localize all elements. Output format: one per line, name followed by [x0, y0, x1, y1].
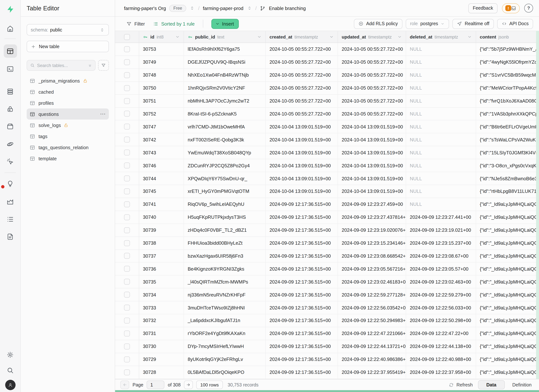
cell-public_id[interactable]: bzwXazHgax6UIR58j6Fn3 [184, 250, 266, 262]
row-checkbox[interactable] [124, 227, 130, 233]
column-header-public_id[interactable]: public_idtext [184, 31, 266, 43]
cell-public_id[interactable]: RiqOV6p_5wihLeIAEQyhU [184, 198, 266, 211]
sidebar-table-template[interactable]: template [27, 153, 109, 164]
cell-created_at[interactable]: 2024-09-09 12:17:36.515+00 [266, 224, 338, 236]
cell-public_id[interactable]: DYp-7mcyMSIrHefLYIwwH [184, 340, 266, 353]
cell-public_id[interactable]: nxFT002ISeRE-Qobg3K3k [184, 134, 266, 146]
realtime-icon[interactable] [4, 155, 17, 168]
column-header-deleted_at[interactable]: deleted_attimestamptz [406, 31, 476, 43]
logs-icon[interactable] [4, 212, 17, 226]
tab-data[interactable]: Data [478, 380, 505, 389]
table-filter-button[interactable] [98, 60, 109, 71]
cell-deleted_at[interactable]: 2024-09-09 12:23:02.463+00 [406, 276, 476, 288]
cell-public_id[interactable]: XPQwDIqY6Y75SwDnU-qr_ [184, 172, 266, 185]
cell-public_id[interactable]: nj336mN5reuRVNZrKHFpF [184, 288, 266, 301]
row-checkbox[interactable] [124, 188, 130, 194]
cell-content[interactable]: {"id":"_Id9aLyJpMHQLaiQC [476, 366, 539, 378]
cell-deleted_at[interactable]: 2024-09-09 12:22:40.988+00 [406, 353, 476, 366]
cell-content[interactable]: {"id":"rtHbLpgB8V11LUK7152 [476, 185, 539, 198]
cell-id[interactable]: 30741 [139, 198, 184, 211]
cell-created_at[interactable]: 2024-10-05 00:55:27.722+00 [266, 108, 338, 120]
cell-content[interactable]: {"id":"_Id9aLyJpMHQLaiQC [476, 237, 539, 249]
cell-deleted_at[interactable]: NULL [406, 69, 476, 81]
cell-content[interactable]: {"id":"_Id9aLyJpMHQLaiQC [476, 288, 539, 301]
row-checkbox[interactable] [124, 253, 130, 259]
chevron-down-icon[interactable] [175, 34, 180, 39]
cell-id[interactable]: 30738 [139, 237, 184, 249]
feedback-button[interactable]: Feedback [468, 3, 498, 13]
cell-created_at[interactable]: 2024-09-09 12:17:36.515+00 [266, 263, 338, 275]
cell-deleted_at[interactable]: 2024-09-09 12:22:59.279+00 [406, 288, 476, 301]
cell-content[interactable]: {"id":"_Id9aLyJpMHQLaiQC [476, 224, 539, 236]
row-checkbox[interactable] [124, 266, 130, 272]
cell-id[interactable]: 30750 [139, 82, 184, 94]
schema-select[interactable]: schema: public [27, 24, 109, 36]
edge-functions-icon[interactable] [4, 137, 17, 151]
cell-public_id[interactable]: Be4KignzoK9YRGNI3Zgks [184, 263, 266, 275]
row-checkbox[interactable] [124, 149, 130, 155]
cell-id[interactable]: 30745 [139, 185, 184, 198]
row-checkbox[interactable] [124, 279, 130, 285]
notifications-button[interactable]: ! [502, 3, 520, 13]
cell-id[interactable]: 30742 [139, 134, 184, 146]
cell-content[interactable]: {"id":"_Id9aLyJpMHQLaiQC [476, 340, 539, 353]
cell-updated_at[interactable]: 2024-10-04 13:09:01.519+00 [338, 146, 406, 159]
cell-updated_at[interactable]: 2024-10-05 00:55:27.722+00 [338, 43, 406, 56]
tab-definition[interactable]: Definition [510, 382, 534, 387]
database-icon[interactable] [4, 85, 17, 98]
row-checkbox[interactable] [124, 305, 130, 311]
cell-updated_at[interactable]: 2024-09-09 12:23:27.437814+00 [338, 211, 406, 224]
cell-content[interactable]: {"id":"5b7j5Pz9WHBNmY_A [476, 43, 539, 56]
cell-deleted_at[interactable]: 2024-09-09 12:23:27.441+00 [406, 211, 476, 224]
row-checkbox[interactable] [124, 356, 130, 362]
supabase-logo[interactable] [6, 5, 15, 15]
cell-updated_at[interactable]: 2024-09-09 12:22:40.986386+00 [338, 353, 406, 366]
cell-created_at[interactable]: 2024-09-09 12:17:36.515+00 [266, 340, 338, 353]
rows-per-page-button[interactable]: 100 rows [196, 381, 223, 389]
add-rls-policy-button[interactable]: Add RLS policy [354, 19, 402, 29]
cell-updated_at[interactable]: 2024-09-09 12:23:05.567216+00 [338, 263, 406, 275]
cell-public_id[interactable]: lEfA0sRh9hlXf62Y6ga75 [184, 43, 266, 56]
cell-content[interactable]: {"id":"_Id9aLyJpMHQLaiQC [476, 198, 539, 211]
chevron-down-icon[interactable] [397, 34, 402, 39]
row-checkbox[interactable] [124, 240, 130, 246]
cell-deleted_at[interactable]: NULL [406, 198, 476, 211]
cell-id[interactable]: 30729 [139, 353, 184, 366]
cell-created_at[interactable]: 2024-09-09 12:17:36.515+00 [266, 211, 338, 224]
cell-created_at[interactable]: 2024-09-09 12:17:36.515+00 [266, 276, 338, 288]
row-checkbox[interactable] [124, 318, 130, 324]
api-docs-icon[interactable] [4, 230, 17, 243]
cell-deleted_at[interactable]: NULL [406, 95, 476, 107]
sidebar-table-cached[interactable]: cached [27, 86, 109, 97]
cell-public_id[interactable]: 1hnRQjxSRm2V0VticY2NF [184, 82, 266, 94]
realtime-toggle-button[interactable]: Realtime off [452, 19, 494, 29]
reports-icon[interactable] [4, 195, 17, 208]
cell-created_at[interactable]: 2024-09-09 12:17:36.515+00 [266, 301, 338, 314]
cell-deleted_at[interactable]: NULL [406, 120, 476, 133]
cell-deleted_at[interactable]: 2024-09-09 12:22:56.033+00 [406, 301, 476, 314]
cell-updated_at[interactable]: 2024-10-04 13:09:01.519+00 [338, 185, 406, 198]
cell-public_id[interactable]: rYbORF2e4YgDt9fKAXaKn [184, 327, 266, 340]
avatar[interactable] [4, 378, 17, 392]
page-input[interactable] [147, 381, 164, 389]
new-table-button[interactable]: New table [27, 41, 109, 52]
cell-public_id[interactable]: _La6pddxcKJIbgufATJ1n [184, 314, 266, 327]
cell-deleted_at[interactable]: NULL [406, 56, 476, 68]
row-checkbox[interactable] [124, 344, 130, 349]
cell-created_at[interactable]: 2024-10-04 13:09:01.519+00 [266, 120, 338, 133]
cell-created_at[interactable]: 2024-10-04 13:09:01.519+00 [266, 159, 338, 172]
api-docs-button[interactable]: API Docs [497, 19, 533, 29]
cell-created_at[interactable]: 2024-09-09 12:17:36.515+00 [266, 353, 338, 366]
advisors-icon[interactable] [4, 177, 17, 190]
cell-public_id[interactable]: DGEJfJZPQUV9Q-IBqsNSi [184, 56, 266, 68]
org-name[interactable]: farming-paper's Org [124, 5, 166, 11]
settings-icon[interactable] [4, 348, 17, 361]
row-checkbox[interactable] [124, 111, 130, 117]
cell-updated_at[interactable]: 2024-10-05 00:55:27.722+00 [338, 56, 406, 68]
row-checkbox[interactable] [124, 137, 130, 143]
cell-deleted_at[interactable]: NULL [406, 43, 476, 56]
column-header-id[interactable]: idint8 [139, 31, 184, 43]
cell-id[interactable]: 30743 [139, 146, 184, 159]
cell-content[interactable]: {"id":"_Id9aLyJpMHQLaiQC [476, 250, 539, 262]
row-checkbox[interactable] [124, 72, 130, 78]
